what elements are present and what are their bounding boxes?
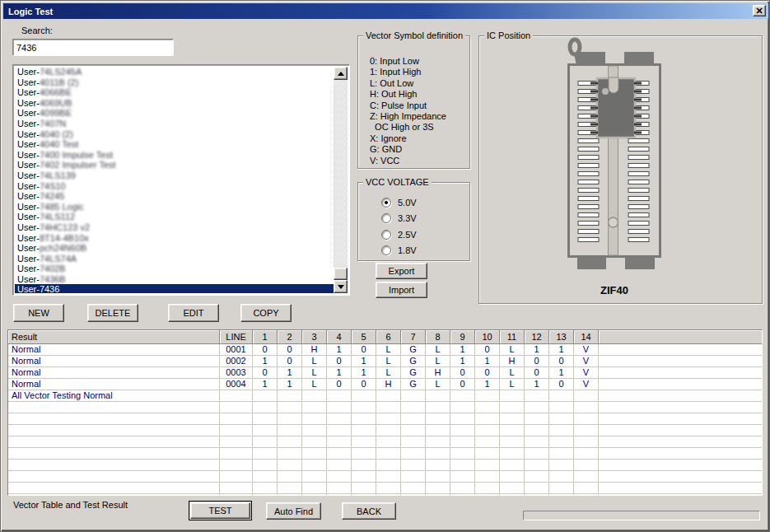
export-button[interactable]: Export [376,263,427,279]
value-cell [475,425,500,436]
list-item[interactable]: User-7407N [15,119,334,129]
value-cell [450,448,475,459]
value-cell [327,483,352,493]
line-cell [220,436,253,447]
list-item[interactable]: User-74LS139 [15,170,334,181]
list-item[interactable]: User-74HC123 v2 [15,222,334,233]
radio-icon[interactable] [381,213,391,223]
value-cell [352,413,376,424]
list-item-masked-text: 4040 (2) [40,129,73,140]
scroll-down-button[interactable] [334,280,348,293]
search-label: Search: [21,26,53,35]
list-item-masked-text: 74LS74A [40,254,77,264]
vcc-option[interactable]: 1.8V [381,243,417,259]
value-cell [352,402,376,413]
line-cell: 0003 [220,367,253,378]
result-cell [8,413,220,424]
vcc-option[interactable]: 5.0V [381,194,417,211]
edit-button[interactable]: EDIT [168,304,219,322]
table-row[interactable]: Normal000301L11LGH00L01V [8,367,762,379]
list-item[interactable]: User-4069UB [15,98,334,109]
value-cell [327,494,352,496]
list-item[interactable]: User-4011B (2) [15,77,334,88]
copy-button-label: COPY [253,308,278,318]
table-row[interactable]: Normal000411L00HGL01L10V [8,379,762,390]
vcc-option[interactable]: 2.5V [381,226,417,243]
table-row[interactable]: Normal000210L01LGL11H00V [8,356,762,367]
auto-find-button[interactable]: Auto Find [266,502,321,520]
footer-label: Vector Table and Test Result [13,500,128,510]
result-cell [8,436,220,447]
list-item[interactable]: User-7436B [15,274,334,285]
delete-button[interactable]: DELETE [87,304,138,322]
window-title: Logic Test [8,7,53,16]
list-item[interactable]: User-4066BE [15,87,334,98]
list-item[interactable]: User-74LS245A [15,67,334,77]
vcc-option-label: 1.8V [398,245,417,255]
value-cell [549,436,574,447]
list-item[interactable]: User-7402B [15,264,334,274]
list-item-selected[interactable]: User-7436 [15,284,334,293]
title-bar[interactable]: Logic Test ✕ [3,3,768,19]
list-item[interactable]: User-74LS74A [15,254,334,264]
value-cell [401,448,426,459]
radio-icon[interactable] [381,198,391,208]
result-cell [8,425,220,436]
list-item-prefix: User- [17,129,40,140]
copy-button[interactable]: COPY [240,304,292,322]
vector-table: ResultLINE1234567891011121314 Normal0001… [7,329,763,496]
value-cell [525,436,549,447]
import-button[interactable]: Import [376,282,427,298]
list-item[interactable]: User-8T14-4B10x [15,233,334,244]
list-item[interactable]: User-7400 Impulse Test [15,150,334,161]
list-item-masked-text: 7402B [40,264,66,274]
value-cell [278,436,302,447]
value-cell [450,483,475,493]
value-cell: L [302,367,327,378]
value-cell [401,390,426,401]
user-listbox-items: User-74LS245AUser-4011B (2)User-4066BEUs… [15,67,334,293]
value-cell [525,460,549,470]
scroll-thumb[interactable] [334,268,348,280]
list-item[interactable]: User-4040 (2) [15,129,334,140]
list-item[interactable]: User-4040 Test [15,139,334,150]
scroll-up-button[interactable] [334,67,348,80]
filler-cell [599,494,762,496]
list-item[interactable]: User-74S10 [15,181,334,192]
radio-icon[interactable] [381,245,391,255]
search-input[interactable] [12,39,174,56]
list-item[interactable]: User-4099BE [15,108,334,119]
list-item[interactable]: User-74245 [15,191,334,202]
value-cell: L [376,367,401,378]
radio-icon[interactable] [381,230,391,240]
header-cell: 8 [426,330,450,344]
list-item[interactable]: User-74LS112 [15,212,334,222]
close-button[interactable]: ✕ [753,5,766,16]
list-item[interactable]: User-7485 Logic [15,202,334,212]
table-row[interactable]: Normal000100H10LGL10L11V [8,344,762,356]
value-cell: 0 [352,379,376,390]
vcc-option[interactable]: 3.3V [381,211,417,227]
new-button[interactable]: NEW [13,304,64,322]
header-cell: 10 [475,330,500,344]
result-cell [8,448,220,459]
list-item[interactable]: User-pch24N60B [15,243,334,254]
value-cell: H [376,379,401,390]
value-cell [525,494,549,496]
test-button[interactable]: TEST [189,501,252,520]
back-button[interactable]: BACK [342,502,396,520]
filler-cell [599,436,762,447]
back-button-label: BACK [357,506,381,516]
value-cell: 0 [525,356,549,366]
value-cell: 1 [549,344,574,355]
value-cell: 1 [278,367,302,378]
list-scrollbar[interactable] [334,67,348,293]
header-cell: 9 [450,330,475,344]
value-cell [327,425,352,436]
user-listbox[interactable]: User-74LS245AUser-4011B (2)User-4066BEUs… [12,64,350,296]
value-cell [450,460,475,470]
value-cell [549,494,574,496]
value-cell [253,436,278,447]
list-item[interactable]: User-7402 Impulser Test [15,160,334,170]
filler-cell [599,356,762,366]
